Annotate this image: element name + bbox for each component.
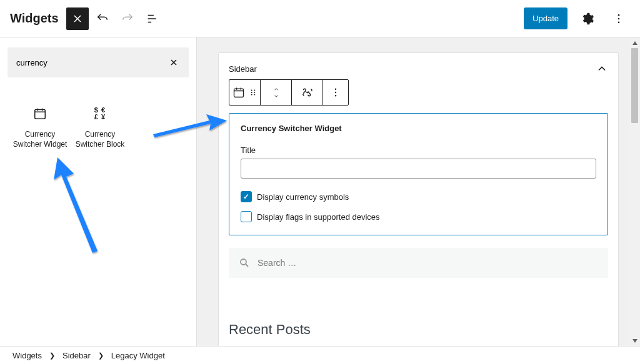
- display-symbols-checkbox[interactable]: [241, 191, 252, 202]
- chevron-right-icon: ❯: [98, 352, 104, 360]
- selected-block: Currency Switcher Widget Title Display c…: [229, 113, 608, 235]
- toolbar-left-group: [66, 7, 164, 30]
- svg-rect-3: [35, 110, 46, 119]
- move-down-icon[interactable]: [272, 93, 281, 99]
- svg-rect-4: [234, 89, 243, 97]
- svg-point-9: [251, 94, 252, 96]
- block-label: Currency Switcher Block: [70, 130, 130, 149]
- move-up-icon[interactable]: [272, 86, 281, 92]
- svg-point-6: [254, 90, 255, 91]
- title-input[interactable]: [241, 159, 596, 179]
- search-widget-input[interactable]: [258, 258, 598, 268]
- svg-point-13: [335, 95, 336, 96]
- scroll-down-icon[interactable]: [629, 335, 640, 346]
- display-flags-label: Display flags in supported devices: [257, 212, 380, 222]
- search-widget-block[interactable]: [229, 248, 608, 278]
- chevron-right-icon: ❯: [49, 352, 55, 360]
- currency-icon: $ €£ ¥: [94, 105, 106, 122]
- block-currency-switcher-widget[interactable]: Currency Switcher Widget: [10, 100, 70, 154]
- crumb[interactable]: Legacy Widget: [111, 351, 165, 360]
- crumb[interactable]: Widgets: [12, 351, 42, 360]
- svg-point-1: [618, 17, 620, 19]
- scrollbar-thumb[interactable]: [631, 48, 638, 123]
- block-search-box: [8, 47, 189, 77]
- breadcrumb: Widgets ❯ Sidebar ❯ Legacy Widget: [0, 346, 640, 364]
- block-results: Currency Switcher Widget $ €£ ¥ Currency…: [8, 100, 189, 154]
- options-button[interactable]: [608, 7, 630, 30]
- display-symbols-label: Display currency symbols: [257, 192, 349, 202]
- editor-canvas: Sidebar: [197, 37, 640, 346]
- search-icon: [239, 257, 250, 268]
- settings-button[interactable]: [576, 7, 599, 30]
- block-type-icon[interactable]: [232, 86, 245, 99]
- block-inserter-panel: Currency Switcher Widget $ €£ ¥ Currency…: [0, 37, 197, 346]
- top-toolbar: Widgets Update: [0, 0, 640, 37]
- svg-point-12: [335, 92, 336, 93]
- collapse-area-icon[interactable]: [596, 62, 608, 75]
- calendar-icon: [33, 105, 47, 122]
- close-inserter-button[interactable]: [66, 7, 89, 30]
- scrollbar[interactable]: [629, 37, 640, 346]
- redo-button[interactable]: [116, 7, 139, 30]
- move-to-icon[interactable]: [301, 86, 314, 99]
- widget-area-title: Sidebar: [229, 64, 257, 74]
- svg-point-11: [335, 89, 336, 90]
- update-button[interactable]: Update: [524, 7, 568, 29]
- drag-handle-icon[interactable]: [249, 88, 258, 97]
- display-flags-checkbox[interactable]: [241, 211, 252, 222]
- svg-point-14: [241, 259, 246, 265]
- list-view-button[interactable]: [141, 7, 164, 30]
- block-search-input[interactable]: [16, 58, 168, 67]
- block-toolbar: [229, 79, 349, 106]
- toolbar-right-group: [576, 7, 630, 30]
- block-currency-switcher-block[interactable]: $ €£ ¥ Currency Switcher Block: [70, 100, 130, 154]
- block-options-icon[interactable]: [330, 87, 341, 98]
- svg-point-10: [254, 94, 255, 96]
- svg-point-2: [618, 21, 620, 23]
- svg-point-0: [618, 14, 620, 16]
- title-field-label: Title: [241, 145, 596, 155]
- scroll-up-icon[interactable]: [629, 37, 640, 48]
- page-title: Widgets: [10, 11, 59, 26]
- svg-point-5: [251, 90, 252, 91]
- selected-block-heading: Currency Switcher Widget: [241, 124, 596, 133]
- block-label: Currency Switcher Widget: [10, 130, 70, 149]
- recent-posts-heading: Recent Posts: [229, 322, 608, 338]
- svg-point-7: [251, 92, 252, 93]
- undo-button[interactable]: [91, 7, 114, 30]
- crumb[interactable]: Sidebar: [62, 351, 91, 360]
- svg-point-8: [254, 92, 255, 93]
- widget-area-sidebar: Sidebar: [218, 52, 619, 346]
- clear-search-icon[interactable]: [168, 56, 180, 69]
